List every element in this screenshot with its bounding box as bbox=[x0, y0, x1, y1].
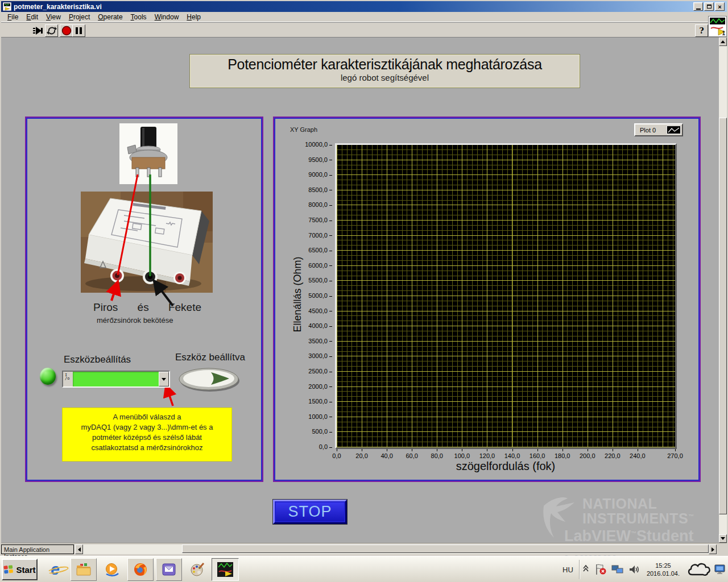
application-instance-selector[interactable]: Main Application Instance bbox=[1, 544, 74, 554]
stop-button[interactable]: STOP bbox=[273, 500, 347, 524]
note-line: myDAQ1 (vagy 2 vagy 3...)\dmm-et és a bbox=[63, 422, 231, 433]
front-panel: Potenciométer karakterisztikájának megha… bbox=[1, 38, 719, 543]
arrow-up-icon bbox=[721, 38, 725, 43]
window-title: potmeter_karakterisztika.vi bbox=[14, 3, 102, 11]
panel-title: Potenciométer karakterisztikájának megha… bbox=[190, 56, 580, 73]
context-help-button[interactable]: ? bbox=[695, 24, 708, 37]
x-tick-label: 240,0 bbox=[623, 452, 652, 459]
arrow-right-icon bbox=[712, 547, 717, 552]
device-select-combo[interactable]: I /o bbox=[62, 371, 170, 388]
flag-alert-icon bbox=[594, 563, 607, 576]
quicklaunch-journal[interactable] bbox=[156, 558, 182, 581]
ni-brand-line1: NATIONAL bbox=[582, 496, 657, 512]
vertical-scroll-thumb[interactable] bbox=[719, 118, 727, 514]
taskbar-labview-app[interactable] bbox=[212, 558, 239, 581]
plot-area[interactable] bbox=[337, 145, 675, 447]
scroll-up-button[interactable] bbox=[719, 38, 727, 46]
toolbar: ? 1 bbox=[1, 22, 727, 38]
note-line: csatlakoztatsd a mérőzsinórokhoz bbox=[63, 443, 231, 453]
tray-clock[interactable]: 15:25 2016.01.04. bbox=[647, 562, 680, 577]
device-ready-label: Eszköz beállítva bbox=[175, 352, 245, 363]
speaker-icon bbox=[628, 564, 640, 575]
minimize-button[interactable] bbox=[693, 2, 703, 11]
pause-button[interactable] bbox=[72, 24, 85, 37]
arrow-down-icon bbox=[721, 537, 725, 542]
close-icon: × bbox=[718, 4, 721, 10]
y-tick-label: 500,0 bbox=[296, 428, 332, 435]
menu-operate[interactable]: Operate bbox=[94, 12, 126, 22]
y-tick-label: 0,0 bbox=[296, 443, 332, 450]
graph-decoration-box: XY Graph Plot 0 10000,09500,09000,08500,… bbox=[273, 117, 701, 482]
menu-help[interactable]: Help bbox=[183, 12, 205, 22]
menu-window[interactable]: Window bbox=[151, 12, 183, 22]
mydaq-photo: COM bbox=[81, 192, 213, 293]
y-tick-label: 10000,0 bbox=[296, 141, 332, 148]
y-tick-label: 8500,0 bbox=[296, 186, 332, 193]
restore-button[interactable] bbox=[704, 2, 714, 11]
instruction-note: A menüből válaszd amyDAQ1 (vagy 2 vagy 3… bbox=[62, 408, 232, 462]
run-icon bbox=[32, 26, 44, 36]
status-led bbox=[40, 368, 56, 385]
abort-button[interactable] bbox=[60, 24, 73, 37]
menu-tools[interactable]: Tools bbox=[127, 12, 151, 22]
status-bar: Main Application Instance bbox=[1, 543, 727, 555]
labview-vi-icon bbox=[3, 2, 11, 11]
cloud-sync-tray-icon[interactable] bbox=[686, 561, 711, 578]
windows-logo-icon bbox=[3, 565, 14, 574]
tray-divider bbox=[579, 560, 580, 579]
ni-brand-line2: INSTRUMENTS™ bbox=[582, 510, 694, 527]
run-continuous-button[interactable] bbox=[45, 24, 58, 37]
minimize-icon bbox=[696, 9, 701, 10]
display-tray-icon[interactable] bbox=[714, 564, 726, 575]
panel-subtitle: legó robot segítségével bbox=[190, 73, 580, 82]
scroll-left-button[interactable] bbox=[75, 544, 83, 554]
y-tick-label: 9000,0 bbox=[296, 171, 332, 178]
quicklaunch-file-explorer[interactable] bbox=[71, 558, 97, 581]
internet-explorer-icon: e bbox=[51, 560, 60, 579]
combo-dropdown-button[interactable] bbox=[159, 372, 169, 386]
restore-icon bbox=[707, 5, 712, 9]
hide-icons-chevron[interactable] bbox=[581, 564, 590, 575]
wire-caption: mérőzsinórok bekötése bbox=[97, 316, 173, 325]
close-button[interactable]: × bbox=[715, 2, 725, 11]
security-alert-tray-icon[interactable] bbox=[594, 563, 607, 576]
firefox-icon bbox=[133, 562, 148, 577]
start-label: Start bbox=[16, 565, 35, 575]
horizontal-scroll-track bbox=[83, 544, 709, 554]
menu-project[interactable]: Project bbox=[65, 12, 94, 22]
labview-instance-tile: 1 bbox=[708, 16, 727, 37]
quicklaunch-firefox[interactable] bbox=[127, 558, 154, 581]
menu-view[interactable]: View bbox=[42, 12, 65, 22]
run-continuous-icon bbox=[47, 26, 57, 36]
device-ready-button[interactable] bbox=[178, 367, 241, 393]
display-icon bbox=[714, 564, 726, 575]
quicklaunch-media-player[interactable] bbox=[99, 558, 125, 581]
potentiometer-photo bbox=[119, 123, 177, 184]
plot-style-icon[interactable] bbox=[667, 126, 681, 134]
volume-tray-icon[interactable] bbox=[628, 564, 640, 575]
clock-time: 15:25 bbox=[647, 562, 680, 569]
scroll-right-button[interactable] bbox=[709, 544, 717, 554]
start-button[interactable]: Start bbox=[2, 559, 38, 580]
network-tray-icon[interactable] bbox=[611, 564, 624, 575]
note-line: potméter középső és szélső lábát bbox=[63, 433, 231, 443]
quicklaunch-internet-explorer[interactable]: e bbox=[42, 558, 68, 581]
plot-legend-label: Plot 0 bbox=[635, 127, 667, 134]
x-axis-label: szögelfordulás (fok) bbox=[420, 460, 591, 473]
journal-icon bbox=[162, 562, 176, 577]
io-icon: I /o bbox=[63, 372, 73, 386]
scroll-down-button[interactable] bbox=[719, 534, 727, 543]
language-indicator[interactable]: HU bbox=[557, 566, 579, 574]
menu-edit[interactable]: Edit bbox=[22, 12, 42, 22]
y-tick-label: 9500,0 bbox=[296, 156, 332, 163]
device-select-value[interactable] bbox=[73, 372, 159, 386]
menu-file[interactable]: File bbox=[3, 12, 22, 22]
window-titlebar[interactable]: potmeter_karakterisztika.vi × bbox=[1, 1, 727, 12]
horizontal-scroll-thumb[interactable] bbox=[182, 544, 709, 553]
plot-legend[interactable]: Plot 0 bbox=[634, 123, 683, 136]
y-tick-label: 1000,0 bbox=[296, 413, 332, 420]
abort-icon bbox=[61, 26, 72, 36]
run-button[interactable] bbox=[31, 24, 44, 37]
quicklaunch-paint[interactable] bbox=[184, 558, 210, 581]
chevron-down-icon bbox=[162, 378, 166, 383]
